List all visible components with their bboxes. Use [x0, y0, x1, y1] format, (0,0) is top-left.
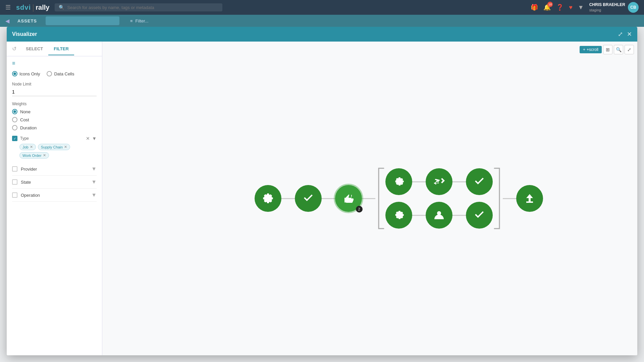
- tag-supply-chain-remove[interactable]: ✕: [64, 145, 67, 149]
- node-limit-label: Node Limit: [12, 82, 97, 86]
- top-nav: ☰ sdvi | rally 🔍 🎁 🔔 18 ❓ ♥ ▼ CHRIS BRAE…: [0, 0, 644, 15]
- type-label: Type: [20, 136, 29, 141]
- notification-badge: 18: [547, 2, 553, 7]
- scroll-label: +scroll: [587, 47, 598, 52]
- tag-supply-chain[interactable]: Supply Chain ✕: [38, 144, 70, 150]
- bracket-right-svg: [493, 165, 503, 232]
- weights-options: None Cost Duration: [12, 109, 97, 130]
- state-label: State: [21, 180, 91, 185]
- type-expand-icon[interactable]: ▼: [92, 136, 97, 141]
- filter-label: Filter...: [136, 18, 149, 23]
- flow-node-5a[interactable]: [426, 168, 452, 195]
- logo-separator: |: [32, 3, 34, 12]
- subnav-assets-label: ASSETS: [17, 18, 37, 23]
- flow-node-3[interactable]: 2: [335, 185, 362, 212]
- search-input[interactable]: [67, 5, 218, 10]
- left-panel: ↺ SELECT FILTER ≡ Icons Only D: [7, 42, 102, 355]
- flow-node-4a[interactable]: [385, 168, 412, 195]
- weight-none-label: None: [20, 109, 31, 114]
- operation-label: Operation: [21, 193, 91, 198]
- tab-select[interactable]: SELECT: [20, 43, 48, 55]
- operation-checkbox[interactable]: [12, 192, 17, 198]
- modal-header-actions: ⤢ ✕: [618, 31, 632, 38]
- scroll-button[interactable]: + +scroll: [580, 46, 602, 53]
- flow-node-5b[interactable]: [426, 202, 452, 229]
- state-dropdown[interactable]: State ▼: [12, 176, 97, 189]
- connector-3-split: [362, 198, 375, 199]
- subnav-search[interactable]: [46, 16, 119, 25]
- search-bar[interactable]: 🔍: [55, 3, 222, 11]
- connector-4a-5a: [412, 181, 426, 182]
- provider-dropdown[interactable]: Provider ▼: [12, 163, 97, 176]
- radio-data-cells[interactable]: Data Cells: [47, 71, 74, 76]
- connector-split-7: [503, 198, 516, 199]
- weight-duration-label: Duration: [20, 125, 37, 130]
- modal-header: Visualizer ⤢ ✕: [7, 27, 637, 42]
- provider-checkbox[interactable]: [12, 166, 17, 172]
- type-clear-icon[interactable]: ✕: [86, 136, 90, 141]
- maximize-button[interactable]: ⤢: [618, 31, 623, 38]
- weight-duration[interactable]: Duration: [12, 125, 97, 130]
- flow-node-4b[interactable]: [385, 202, 412, 229]
- weight-cost[interactable]: Cost: [12, 117, 97, 122]
- fit-icon[interactable]: ⊞: [603, 45, 612, 54]
- display-mode-group: Icons Only Data Cells: [12, 71, 97, 76]
- node-limit-input[interactable]: [12, 88, 97, 96]
- flow-node-6b[interactable]: [466, 202, 493, 229]
- tag-job-label: Job: [22, 145, 29, 149]
- bracket-right-container: [493, 165, 503, 232]
- split-row-bottom: [385, 202, 493, 229]
- flow-node-2[interactable]: [295, 185, 322, 212]
- weight-cost-label: Cost: [20, 117, 29, 122]
- tag-work-order-remove[interactable]: ✕: [43, 153, 46, 158]
- gift-icon[interactable]: 🎁: [531, 4, 538, 11]
- weight-none[interactable]: None: [12, 109, 97, 114]
- app-logo: sdvi | rally: [16, 3, 49, 12]
- bracket-left-container: [375, 165, 385, 232]
- user-name: CHRIS BRAEHLER: [589, 2, 625, 8]
- fullscreen-icon[interactable]: ⤢: [625, 45, 634, 54]
- help-icon[interactable]: ❓: [556, 4, 564, 11]
- tag-job[interactable]: Job ✕: [19, 144, 36, 150]
- provider-expand-icon: ▼: [91, 166, 97, 172]
- weight-cost-radio: [12, 117, 17, 122]
- refresh-icon[interactable]: ↺: [12, 46, 16, 52]
- logo-rally: rally: [36, 4, 49, 11]
- bell-icon[interactable]: 🔔 18: [543, 4, 551, 11]
- weights-label: Weights: [12, 102, 97, 106]
- filter-bar[interactable]: ≡ Filter...: [130, 18, 149, 23]
- tag-work-order[interactable]: Work Order ✕: [19, 152, 49, 159]
- radio-data-cells-label: Data Cells: [54, 71, 74, 76]
- radio-icons-only-circle: [12, 71, 17, 76]
- operation-expand-icon: ▼: [91, 192, 97, 198]
- type-checkbox[interactable]: ✓: [12, 136, 17, 141]
- radio-data-cells-circle: [47, 71, 52, 76]
- zoom-search-icon[interactable]: 🔍: [614, 45, 623, 54]
- filter-icon: ≡: [130, 18, 133, 23]
- dropdown-icon[interactable]: ▼: [578, 4, 584, 11]
- close-button[interactable]: ✕: [627, 31, 632, 38]
- flow-node-1[interactable]: [255, 185, 281, 212]
- filter-lines-icon: ≡: [12, 60, 15, 66]
- connector-5b-6b: [452, 215, 466, 216]
- modal-title: Visualizer: [12, 31, 37, 37]
- scroll-icon: +: [583, 47, 585, 52]
- state-checkbox[interactable]: [12, 179, 17, 185]
- node-3-badge: 2: [356, 206, 363, 213]
- heart-icon[interactable]: ♥: [569, 4, 573, 11]
- connector-1-2: [281, 198, 295, 199]
- tag-supply-chain-label: Supply Chain: [41, 145, 63, 149]
- weight-none-radio: [12, 109, 17, 114]
- filter-icon-row: ≡: [12, 60, 97, 66]
- hamburger-menu[interactable]: ☰: [5, 4, 11, 11]
- tag-job-remove[interactable]: ✕: [30, 145, 33, 149]
- radio-icons-only[interactable]: Icons Only: [12, 71, 40, 76]
- tab-filter[interactable]: FILTER: [48, 43, 74, 55]
- avatar[interactable]: CB: [628, 2, 639, 13]
- flow-node-7[interactable]: [516, 185, 543, 212]
- subnav-arrow[interactable]: ◀: [5, 18, 9, 24]
- weights-section: Weights None Cost Duration: [12, 102, 97, 130]
- split-rows: [385, 168, 493, 229]
- operation-dropdown[interactable]: Operation ▼: [12, 189, 97, 202]
- flow-node-6a[interactable]: [466, 168, 493, 195]
